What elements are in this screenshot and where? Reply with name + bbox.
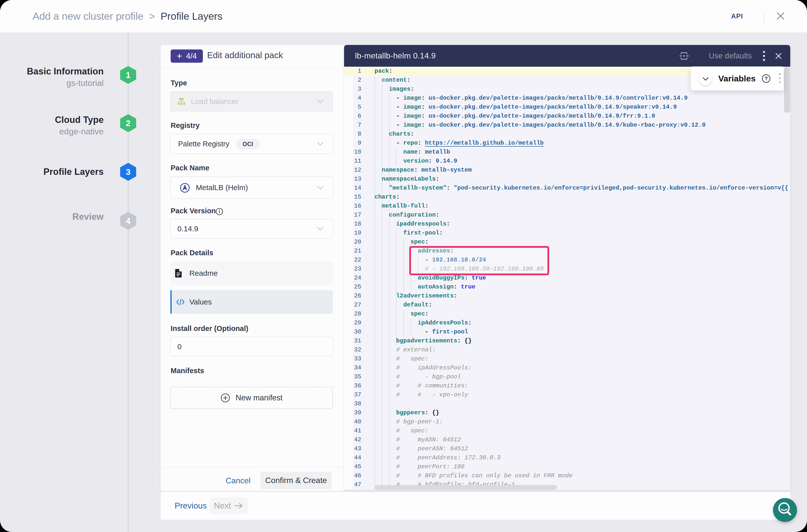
svg-text:?: ? — [765, 76, 768, 81]
